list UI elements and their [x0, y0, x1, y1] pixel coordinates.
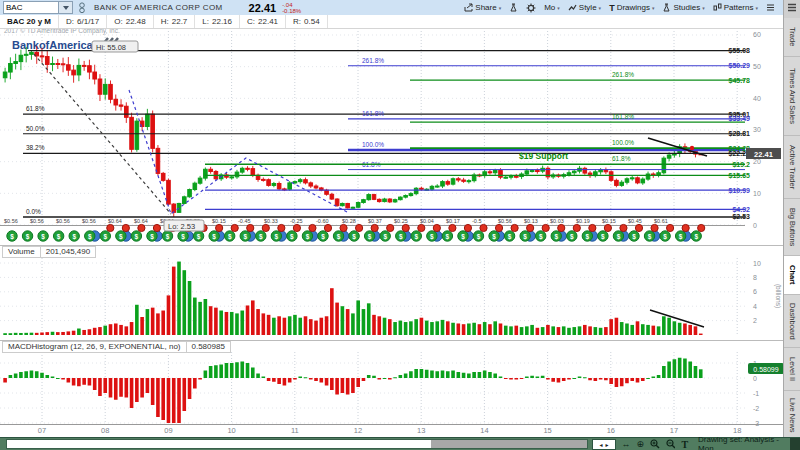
candle[interactable]	[251, 169, 255, 176]
candle[interactable]	[441, 182, 445, 186]
candle[interactable]	[182, 197, 186, 204]
scrollbar-thumb[interactable]	[7, 440, 431, 448]
earnings-marker-icon[interactable]	[247, 224, 254, 231]
earnings-marker-icon[interactable]	[682, 224, 689, 231]
sidebar-tab-trade[interactable]: Trade	[784, 18, 800, 57]
earnings-marker-icon[interactable]	[153, 224, 160, 231]
volume-study-header[interactable]: Volume 201,045,490	[2, 246, 96, 258]
symbol-dropdown-button[interactable]	[58, 2, 72, 13]
candle[interactable]	[499, 171, 503, 178]
candle[interactable]	[493, 171, 497, 173]
candle[interactable]	[630, 178, 634, 179]
candle[interactable]	[314, 186, 318, 188]
candle[interactable]	[277, 184, 281, 189]
earnings-marker-icon[interactable]	[620, 224, 627, 231]
candle[interactable]	[67, 65, 71, 70]
earnings-marker-icon[interactable]	[371, 224, 378, 231]
earnings-marker-icon[interactable]	[480, 224, 487, 231]
earnings-marker-icon[interactable]	[542, 224, 549, 231]
candle[interactable]	[272, 184, 276, 186]
earnings-marker-icon[interactable]	[356, 224, 363, 231]
candle[interactable]	[246, 168, 250, 169]
sidebar-tab-chart[interactable]: Chart	[784, 256, 800, 295]
share-button[interactable]: Share▾	[460, 3, 505, 12]
patterns-button[interactable]: Patterns▾	[709, 3, 762, 12]
candle[interactable]	[625, 179, 629, 182]
candle[interactable]	[414, 188, 418, 193]
macd-study-header[interactable]: MACDHistogram (12, 26, 9, EXPONENTIAL, n…	[2, 341, 231, 353]
sidebar-tab-times-and-sales[interactable]: Times And Sales	[784, 57, 800, 136]
candle[interactable]	[304, 180, 308, 183]
trendline-drawing[interactable]	[129, 90, 347, 214]
candle[interactable]	[446, 182, 450, 185]
sidebar-tab-live-news[interactable]: Live News	[784, 391, 800, 440]
candle[interactable]	[172, 204, 176, 212]
zoom-out-icon[interactable]	[666, 439, 676, 449]
chart-symbol-title[interactable]: BAC 20 y M	[0, 15, 59, 28]
candle[interactable]	[267, 180, 271, 186]
earnings-marker-icon[interactable]	[464, 224, 471, 231]
candle[interactable]	[615, 180, 619, 185]
settings-button[interactable]	[522, 3, 540, 13]
candle[interactable]	[335, 199, 339, 206]
earnings-marker-icon[interactable]	[635, 224, 642, 231]
candle[interactable]	[40, 56, 44, 57]
candle[interactable]	[262, 179, 266, 180]
earnings-marker-icon[interactable]	[278, 224, 285, 231]
candle[interactable]	[467, 181, 471, 182]
candle[interactable]	[293, 182, 297, 183]
candle[interactable]	[19, 55, 23, 61]
drawing-set-label[interactable]: Drawing set: Analysis - Mon...	[698, 435, 800, 450]
candle[interactable]	[235, 172, 239, 177]
candle[interactable]	[488, 172, 492, 173]
earnings-marker-icon[interactable]	[340, 224, 347, 231]
earnings-marker-icon[interactable]	[589, 224, 596, 231]
candle[interactable]	[204, 169, 208, 178]
symbol-input[interactable]	[4, 3, 58, 12]
candle[interactable]	[367, 195, 371, 200]
sidebar-tab-big-buttons[interactable]: Big Buttons	[784, 199, 800, 256]
candle[interactable]	[56, 63, 60, 64]
earnings-marker-icon[interactable]	[402, 224, 409, 231]
candle[interactable]	[393, 200, 397, 202]
candle[interactable]	[599, 170, 603, 172]
chart-menu-button[interactable]	[762, 3, 779, 12]
candle[interactable]	[109, 84, 113, 99]
candle[interactable]	[346, 203, 350, 207]
candle[interactable]	[146, 114, 150, 126]
candle[interactable]	[457, 179, 461, 180]
candle[interactable]	[404, 196, 408, 198]
scroll-nav-buttons[interactable]: ◂▸	[592, 439, 615, 450]
drawing-handle[interactable]	[690, 146, 694, 150]
pan-icon[interactable]: ↔	[622, 438, 631, 450]
candle[interactable]	[61, 64, 65, 65]
candle[interactable]	[646, 174, 650, 179]
candle[interactable]	[114, 99, 118, 105]
hamburger-menu-icon[interactable]	[787, 3, 797, 12]
earnings-marker-icon[interactable]	[231, 224, 238, 231]
text-note-tool-icon[interactable]: T	[681, 439, 688, 450]
drawings-button[interactable]: T Drawings▾	[605, 3, 658, 13]
candle[interactable]	[51, 63, 55, 64]
candle[interactable]	[82, 65, 86, 66]
sidebar-tab-level-ii[interactable]: Level II	[784, 348, 800, 391]
candle[interactable]	[24, 54, 28, 55]
earnings-marker-icon[interactable]	[433, 224, 440, 231]
earnings-marker-icon[interactable]	[293, 224, 300, 231]
candle[interactable]	[156, 148, 160, 173]
candle[interactable]	[151, 114, 155, 148]
candle[interactable]	[93, 72, 97, 79]
candle[interactable]	[230, 177, 234, 178]
scroll-right-icon[interactable]: ▸	[605, 441, 608, 448]
candle[interactable]	[125, 106, 129, 117]
candle[interactable]	[9, 63, 13, 72]
macd-label[interactable]: MACDHistogram (12, 26, 9, EXPONENTIAL, n…	[2, 341, 187, 353]
earnings-marker-icon[interactable]	[604, 224, 611, 231]
candle[interactable]	[462, 180, 466, 181]
earnings-marker-icon[interactable]	[495, 224, 502, 231]
candle[interactable]	[362, 200, 366, 203]
earnings-marker-icon[interactable]	[667, 224, 674, 231]
earnings-marker-icon[interactable]	[262, 224, 269, 231]
candle[interactable]	[3, 72, 7, 78]
candle[interactable]	[135, 121, 139, 149]
